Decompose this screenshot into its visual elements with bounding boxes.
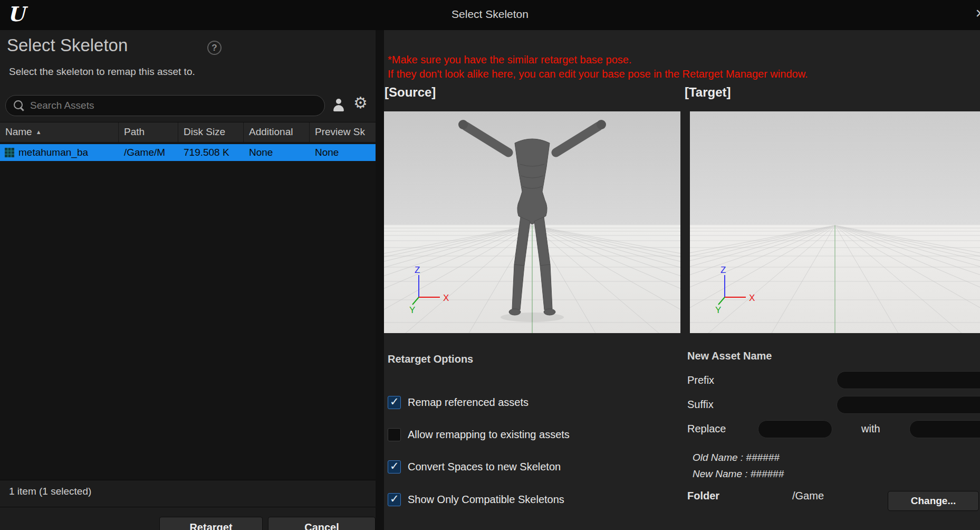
- check-icon: ✓: [390, 395, 399, 408]
- panel-divider: [376, 30, 384, 530]
- folder-value: /Game: [792, 490, 824, 502]
- prefix-label: Prefix: [687, 374, 714, 386]
- target-viewport[interactable]: Z X Y: [690, 111, 980, 333]
- retarget-options-heading: Retarget Options: [388, 353, 473, 365]
- checkbox-row-remap-referenced-assets[interactable]: ✓ Remap referenced assets: [388, 395, 529, 410]
- change-folder-button[interactable]: Change...: [888, 491, 979, 511]
- name-preview: Old Name : ###### New Name : ######: [693, 449, 784, 482]
- checkbox-row-convert-spaces[interactable]: ✓ Convert Spaces to new Skeleton: [388, 460, 561, 474]
- column-header-path[interactable]: Path: [119, 122, 178, 142]
- target-label: [Target]: [685, 85, 731, 100]
- help-icon[interactable]: ?: [207, 41, 222, 55]
- warning-line-1: *Make sure you have the similar retarget…: [388, 53, 808, 67]
- checkbox-row-show-only-compatible[interactable]: ✓ Show Only Compatible Skeletons: [388, 493, 564, 507]
- cell-additional: None: [244, 147, 310, 158]
- axis-y-label: Y: [409, 305, 415, 315]
- cell-path: /Game/M: [119, 147, 178, 158]
- warning-line-2: If they don't look alike here, you can e…: [388, 67, 808, 81]
- source-label: [Source]: [385, 85, 436, 100]
- suffix-input[interactable]: [837, 396, 980, 414]
- status-text: 1 item (1 selected): [9, 486, 91, 497]
- checkbox-label: Allow remapping to existing assets: [408, 429, 570, 441]
- prefix-input[interactable]: [837, 371, 980, 389]
- column-header-preview-skeletal-mesh[interactable]: Preview Sk: [310, 122, 376, 142]
- old-name-line: Old Name : ######: [693, 449, 784, 466]
- retarget-preview-panel: *Make sure you have the similar retarget…: [384, 30, 980, 530]
- asset-list: metahuman_ba /Game/M 719.508 K None None: [0, 143, 376, 480]
- divider: [0, 507, 376, 507]
- column-header-disk-size[interactable]: Disk Size: [178, 122, 244, 142]
- cell-disk-size: 719.508 K: [178, 147, 244, 158]
- target-viewport-canvas: Z X Y: [690, 111, 980, 333]
- asset-table-header: Name▲ Path Disk Size Additional Preview …: [0, 122, 376, 143]
- panel-subtitle: Select the skeleton to remap this asset …: [9, 66, 195, 78]
- axis-z-label: Z: [720, 265, 726, 275]
- cell-name: metahuman_ba: [0, 147, 119, 158]
- close-icon[interactable]: ×: [975, 4, 980, 22]
- checkbox-label: Convert Spaces to new Skeleton: [408, 461, 561, 473]
- person-filter-icon[interactable]: [332, 98, 345, 112]
- column-label: Name: [5, 126, 32, 137]
- cell-preview-skeletal-mesh: None: [310, 147, 376, 158]
- axis-x-label: X: [749, 293, 755, 303]
- checkbox-label: Remap referenced assets: [408, 396, 529, 409]
- replace-input[interactable]: [758, 420, 832, 438]
- axis-y-label: Y: [715, 305, 721, 315]
- with-input[interactable]: [909, 420, 980, 438]
- gear-icon[interactable]: ⚙: [353, 93, 368, 112]
- with-label: with: [861, 423, 880, 435]
- checkbox-row-allow-remapping-existing[interactable]: ✓ Allow remapping to existing assets: [388, 428, 570, 442]
- column-header-additional[interactable]: Additional: [244, 122, 310, 142]
- asset-name: metahuman_ba: [18, 147, 88, 158]
- suffix-label: Suffix: [687, 399, 714, 411]
- new-asset-name-heading: New Asset Name: [687, 350, 772, 362]
- new-name-line: New Name : ######: [693, 466, 784, 482]
- search-icon: [14, 100, 25, 112]
- source-viewport[interactable]: Z X Y: [384, 111, 680, 333]
- replace-label: Replace: [687, 423, 726, 435]
- search-input[interactable]: [30, 98, 318, 113]
- window-title: Select Skeleton: [0, 8, 980, 21]
- titlebar: U Select Skeleton ×: [0, 0, 980, 30]
- divider: [0, 480, 376, 480]
- folder-label: Folder: [687, 490, 719, 502]
- column-header-name[interactable]: Name▲: [0, 122, 119, 142]
- check-icon: ✓: [390, 460, 399, 472]
- panel-heading: Select Skeleton: [7, 35, 128, 55]
- axis-z-label: Z: [415, 265, 420, 275]
- sort-ascending-icon: ▲: [36, 129, 42, 135]
- cancel-button[interactable]: Cancel: [268, 517, 376, 530]
- skeleton-asset-icon: [4, 147, 15, 158]
- retarget-warning: *Make sure you have the similar retarget…: [388, 53, 808, 81]
- table-row-selected[interactable]: metahuman_ba /Game/M 719.508 K None None: [0, 144, 376, 161]
- search-box[interactable]: [5, 95, 325, 116]
- axis-x-label: X: [443, 293, 449, 303]
- skeleton-picker-panel: Select Skeleton ? Select the skeleton to…: [0, 30, 376, 530]
- source-viewport-canvas: Z X Y: [384, 111, 680, 333]
- retarget-button[interactable]: Retarget: [159, 517, 263, 530]
- checkbox[interactable]: ✓: [388, 428, 401, 441]
- check-icon: ✓: [390, 493, 399, 505]
- checkbox[interactable]: ✓: [388, 396, 401, 409]
- checkbox[interactable]: ✓: [388, 493, 401, 506]
- checkbox-label: Show Only Compatible Skeletons: [408, 494, 564, 506]
- checkbox[interactable]: ✓: [388, 460, 401, 474]
